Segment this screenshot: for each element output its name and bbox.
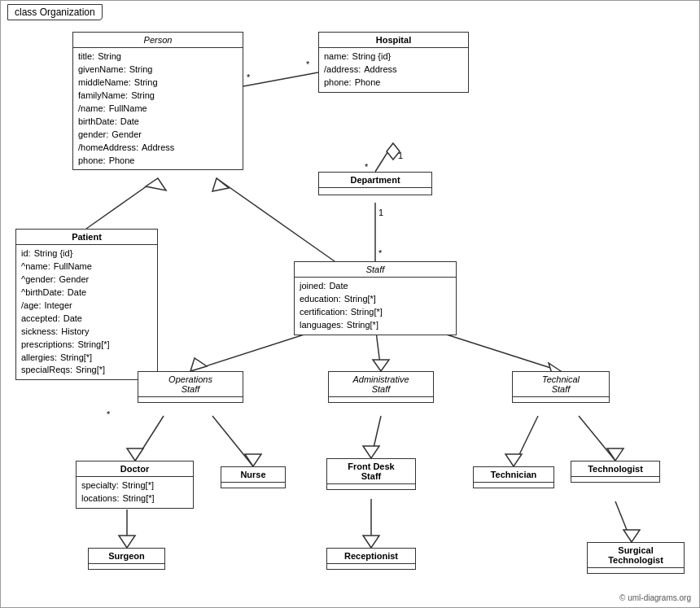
class-department-header: Department — [319, 173, 431, 188]
svg-line-3 — [375, 143, 393, 172]
class-technologist: Technologist — [571, 461, 660, 483]
class-surgeon: Surgeon — [88, 548, 165, 570]
svg-line-20 — [135, 416, 164, 461]
svg-line-22 — [212, 416, 253, 466]
class-technician-body — [474, 483, 553, 488]
class-front-desk-staff-header: Front DeskStaff — [327, 459, 415, 484]
class-admin-staff-body — [329, 397, 433, 402]
diagram-title: class Organization — [7, 4, 103, 20]
class-receptionist: Receptionist — [326, 548, 416, 570]
svg-text:1: 1 — [398, 151, 403, 160]
class-staff-header: Staff — [295, 262, 456, 278]
svg-line-26 — [514, 416, 538, 466]
svg-marker-11 — [146, 178, 166, 190]
svg-marker-33 — [363, 536, 379, 548]
class-doctor-header: Doctor — [77, 461, 193, 477]
svg-text:*: * — [365, 162, 369, 172]
svg-text:*: * — [107, 409, 111, 419]
class-technologist-body — [571, 477, 659, 482]
class-receptionist-header: Receptionist — [327, 549, 415, 564]
svg-marker-17 — [373, 360, 389, 371]
class-operations-staff-body — [138, 397, 243, 402]
class-surgeon-body — [89, 564, 164, 569]
svg-line-24 — [371, 416, 381, 458]
svg-text:*: * — [306, 59, 310, 69]
class-technical-staff-body — [513, 397, 609, 402]
class-nurse: Nurse — [221, 466, 286, 488]
svg-text:*: * — [247, 72, 251, 82]
class-surgical-technologist-body — [588, 568, 684, 573]
class-person-body: title:String givenName:String middleName… — [73, 48, 243, 169]
class-technician: Technician — [473, 466, 554, 488]
svg-line-0 — [243, 72, 318, 86]
copyright: © uml-diagrams.org — [619, 593, 691, 602]
class-surgeon-header: Surgeon — [89, 549, 164, 564]
class-person: Person title:String givenName:String mid… — [72, 32, 243, 170]
class-technical-staff: TechnicalStaff — [512, 371, 610, 403]
svg-marker-25 — [363, 446, 379, 458]
class-surgical-technologist-header: SurgicalTechnologist — [588, 543, 684, 568]
svg-line-28 — [579, 416, 615, 461]
svg-marker-4 — [387, 143, 400, 160]
class-patient-header: Patient — [16, 230, 157, 245]
svg-text:1: 1 — [378, 208, 383, 217]
svg-marker-21 — [127, 448, 143, 461]
class-patient-body: id:String {id} ^name:FullName ^gender:Ge… — [16, 245, 157, 379]
class-operations-staff-header: OperationsStaff — [138, 372, 243, 397]
class-nurse-header: Nurse — [221, 467, 285, 483]
class-admin-staff-header: AdministrativeStaff — [329, 372, 433, 397]
class-staff: Staff joined:Date education:String[*] ce… — [294, 261, 457, 335]
svg-marker-23 — [245, 454, 261, 466]
class-nurse-body — [221, 483, 285, 488]
class-department: Department — [318, 172, 432, 195]
class-surgical-technologist: SurgicalTechnologist — [587, 542, 685, 574]
class-patient: Patient id:String {id} ^name:FullName ^g… — [15, 229, 158, 380]
class-receptionist-body — [327, 564, 415, 569]
class-front-desk-staff-body — [327, 484, 415, 489]
class-admin-staff: AdministrativeStaff — [328, 371, 434, 403]
svg-marker-31 — [119, 536, 135, 548]
svg-marker-29 — [607, 448, 623, 461]
class-hospital-header: Hospital — [319, 33, 468, 48]
class-hospital-body: name:String {id} /address:Address phone:… — [319, 48, 468, 92]
class-doctor: Doctor specialty:String[*] locations:Str… — [76, 461, 194, 509]
svg-marker-35 — [623, 530, 640, 542]
svg-line-34 — [615, 501, 632, 542]
class-hospital: Hospital name:String {id} /address:Addre… — [318, 32, 469, 93]
class-doctor-body: specialty:String[*] locations:String[*] — [77, 477, 193, 508]
svg-text:*: * — [378, 248, 383, 258]
class-technologist-header: Technologist — [571, 461, 659, 477]
class-operations-staff: OperationsStaff — [138, 371, 243, 403]
svg-marker-13 — [212, 178, 229, 191]
class-technician-header: Technician — [474, 467, 553, 483]
svg-line-10 — [86, 178, 158, 229]
svg-marker-15 — [190, 358, 207, 371]
class-front-desk-staff: Front DeskStaff — [326, 458, 416, 490]
class-staff-body: joined:Date education:String[*] certific… — [295, 278, 456, 335]
class-technical-staff-header: TechnicalStaff — [513, 372, 609, 397]
diagram-container: class Organization * * 1 * 1 * — [0, 0, 700, 608]
class-person-header: Person — [73, 33, 243, 48]
svg-marker-27 — [505, 454, 522, 466]
svg-line-12 — [217, 178, 335, 261]
class-department-body — [319, 188, 431, 195]
